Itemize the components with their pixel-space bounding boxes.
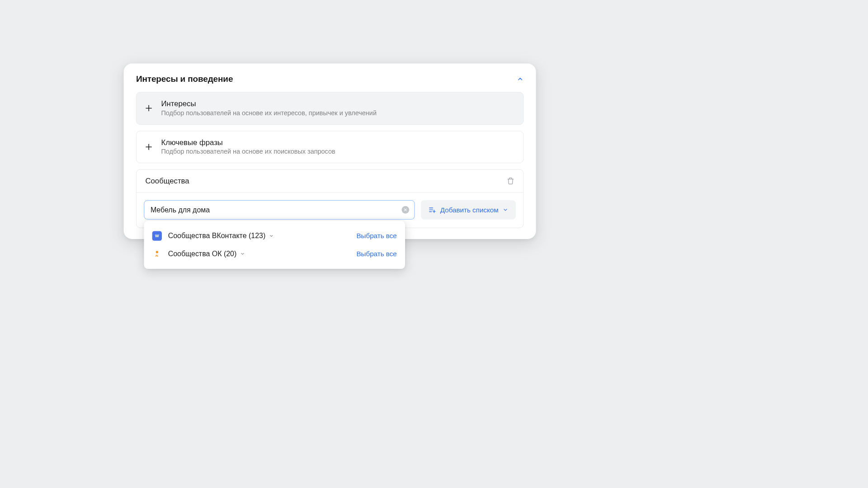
list-add-icon xyxy=(429,206,436,214)
add-list-button[interactable]: Добавить списком xyxy=(421,200,516,220)
add-list-label: Добавить списком xyxy=(440,206,499,214)
collapse-icon[interactable] xyxy=(517,75,524,82)
dropdown-vk-text: Сообщества ВКонтакте (123) xyxy=(168,232,266,240)
search-wrapper xyxy=(144,200,415,220)
interests-behavior-panel: Интересы и поведение Интересы Подбор пол… xyxy=(124,64,536,239)
clear-icon[interactable] xyxy=(402,206,410,214)
interests-option[interactable]: Интересы Подбор пользователей на основе … xyxy=(136,92,524,125)
keywords-title: Ключевые фразы xyxy=(161,138,515,147)
panel-title: Интересы и поведение xyxy=(136,74,233,84)
chevron-down-icon xyxy=(269,234,274,239)
svg-point-11 xyxy=(156,251,158,253)
search-input[interactable] xyxy=(144,200,415,220)
communities-title: Сообщества xyxy=(145,177,189,186)
select-all-vk[interactable]: Выбрать все xyxy=(356,232,396,240)
interests-description: Подбор пользователей на основе их интере… xyxy=(161,109,515,117)
chevron-down-icon xyxy=(240,252,245,257)
ok-icon xyxy=(152,249,162,258)
communities-body: Добавить списком W Сообщества ВКонтакте … xyxy=(137,193,524,228)
keywords-content: Ключевые фразы Подбор пользователей на о… xyxy=(161,138,515,156)
trash-icon[interactable] xyxy=(507,177,514,185)
dropdown-row-left: Сообщества ОК (20) xyxy=(152,249,245,258)
interests-title: Интересы xyxy=(161,99,515,108)
plus-icon xyxy=(145,143,153,151)
dropdown-row-vk[interactable]: W Сообщества ВКонтакте (123) Выбрать все xyxy=(144,227,405,245)
panel-header: Интересы и поведение xyxy=(136,74,524,84)
plus-icon xyxy=(145,104,153,113)
communities-header: Сообщества xyxy=(137,170,524,193)
keywords-description: Подбор пользователей на основе их поиско… xyxy=(161,148,515,156)
dropdown-ok-text: Сообщества ОК (20) xyxy=(168,250,237,258)
dropdown-row-ok[interactable]: Сообщества ОК (20) Выбрать все xyxy=(144,245,405,263)
dropdown-ok-label: Сообщества ОК (20) xyxy=(168,250,245,258)
communities-dropdown: W Сообщества ВКонтакте (123) Выбрать все xyxy=(144,221,405,269)
vk-icon: W xyxy=(152,231,162,241)
select-all-ok[interactable]: Выбрать все xyxy=(356,250,396,258)
chevron-down-icon xyxy=(503,207,508,213)
dropdown-row-left: W Сообщества ВКонтакте (123) xyxy=(152,231,274,241)
interests-content: Интересы Подбор пользователей на основе … xyxy=(161,99,515,117)
keywords-option[interactable]: Ключевые фразы Подбор пользователей на о… xyxy=(136,131,524,163)
dropdown-vk-label: Сообщества ВКонтакте (123) xyxy=(168,232,274,240)
communities-section: Сообщества xyxy=(136,169,524,228)
